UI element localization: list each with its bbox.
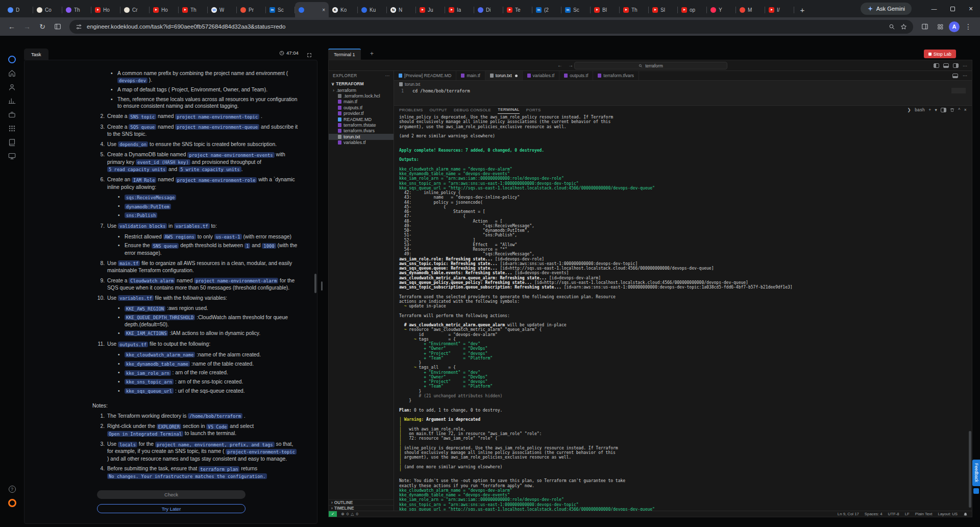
feedback-mini-icon[interactable] [973,488,979,494]
try-later-button[interactable]: Try Later [97,504,246,513]
shell-label[interactable]: bash [915,107,925,112]
site-settings-icon[interactable] [76,23,82,30]
labs-monitor-icon[interactable] [6,149,19,162]
editor-tab[interactable]: variables.tf [523,71,560,80]
panel-tab-ports[interactable]: PORTS [526,106,541,114]
terminal-scrollbar-thumb[interactable] [969,431,971,508]
explorer-file[interactable]: outputs.tf [329,105,394,110]
notifications-bell-icon[interactable] [963,512,968,516]
editor-tab[interactable]: outputs.tf [559,71,593,80]
explorer-file[interactable]: terraform.tfstate [329,122,394,128]
browser-tab[interactable]: Th [179,2,208,17]
add-terminal-button[interactable]: + [370,50,374,57]
maximize-button[interactable] [943,0,962,17]
browser-tab[interactable]: inSc [561,2,591,17]
maximize-panel-icon[interactable]: ^ [958,107,960,112]
back-button[interactable]: ← [5,20,18,33]
panel-resize-handle[interactable] [321,281,323,291]
panel-tab-debug-console[interactable]: DEBUG CONSOLE [454,106,491,114]
remote-indicator[interactable]: ✓ [329,511,337,517]
reload-button[interactable]: ↻ [36,20,49,33]
nav-forward-icon[interactable]: → [568,62,573,68]
task-scrollbar[interactable] [314,60,316,523]
explorer-file[interactable]: provider.tf [329,111,394,116]
breadcrumb[interactable]: torun.txt [394,81,972,87]
browser-tab[interactable]: Ju [416,2,445,17]
side-panel-button[interactable] [918,20,932,33]
browser-tab[interactable]: Ia [445,2,474,17]
toggle-secondary-sidebar-icon[interactable] [953,63,959,68]
split-editor-icon[interactable] [952,74,958,78]
browser-tab[interactable]: in(2 [532,2,561,17]
minimize-button[interactable]: — [925,0,943,17]
profile-avatar[interactable]: A [949,21,960,32]
browser-tab[interactable]: Di [474,2,503,17]
explorer-file[interactable]: main.tf [329,99,394,105]
problems-indicator[interactable]: ⊗ 0 △ 0 [341,512,358,516]
code-editor[interactable]: 1 cd /home/bob/terraform [394,87,972,94]
browser-tab[interactable]: Cr [120,2,150,17]
explorer-file[interactable]: variables.tf [329,140,394,146]
timeline-section[interactable]: › TIMELINE [329,505,394,511]
split-terminal-icon[interactable] [941,108,946,112]
extensions-button[interactable] [934,20,947,33]
browser-tab[interactable]: Ku [358,2,387,17]
editor-tab[interactable]: [Preview] README.MD [394,71,456,80]
editor-tab[interactable]: main.tf [456,71,485,80]
task-panel-tab[interactable]: Task [24,49,48,60]
close-panel-icon[interactable]: × [964,107,967,112]
close-button[interactable]: × [962,0,980,17]
omnibox[interactable]: engineer.kodekloud.com/task?id=690aee0fb… [69,20,913,34]
browser-tab[interactable]: Y [707,2,736,17]
code-line[interactable]: cd /home/bob/terraform [412,87,470,94]
courses-book-icon[interactable] [6,135,19,149]
status-item[interactable]: Ln 9, Col 17 [838,512,859,516]
new-tab-button[interactable]: + [796,4,808,16]
nav-back-icon[interactable]: ← [557,62,562,68]
status-item[interactable]: UTF-8 [888,512,899,516]
help-icon[interactable]: ? [6,483,19,496]
check-button[interactable]: Check [97,490,246,499]
new-terminal-icon[interactable]: + [928,107,931,112]
terminal-output[interactable]: inline_policy is deprecated. Use the aws… [394,114,968,511]
briefcase-icon[interactable] [6,108,19,121]
activity-chart-icon[interactable] [6,94,19,107]
browser-tab[interactable]: I/ [765,2,794,17]
stop-lab-button[interactable]: Stop Lab [924,50,956,58]
browser-tab[interactable]: Te [503,2,532,17]
browser-tab[interactable]: KKo [329,2,358,17]
panel-tab-terminal[interactable]: TERMINAL [498,106,520,114]
tab-close-icon[interactable]: × [322,7,325,13]
toggle-panel-icon[interactable] [943,63,949,68]
minimap[interactable] [951,88,966,93]
feedback-button[interactable]: Feedback [972,460,980,486]
explorer-file[interactable]: .terraform.lock.hcl [329,93,394,99]
editor-tab[interactable]: torun.txt [485,71,523,80]
status-item[interactable]: Plain Text [915,512,933,516]
terminal-dropdown-icon[interactable]: ▾ [935,107,938,112]
browser-tab[interactable]: WW [208,2,237,17]
explorer-file[interactable]: ›.terraform [329,87,394,93]
browser-tab[interactable]: Pr [237,2,266,17]
url-text[interactable]: engineer.kodekloud.com/task?id=690aee0fb… [87,23,884,30]
command-center-search[interactable]: terraform [574,62,727,69]
browser-tab[interactable]: op [678,2,707,17]
toggle-sidebar-icon[interactable] [934,63,939,68]
browser-tab[interactable]: M [736,2,765,17]
bookmark-star-icon[interactable] [900,23,907,30]
home-icon[interactable] [6,66,19,80]
browser-tab-active[interactable]: × [295,2,329,17]
explorer-file[interactable]: terraform.tfvars [329,128,394,134]
editor-more-icon[interactable]: ⋯ [963,73,967,78]
lab-logo-icon[interactable] [6,53,19,66]
browser-tab[interactable]: NN [387,2,416,17]
status-item[interactable]: Spaces: 4 [865,512,883,516]
browser-tab[interactable]: Th [62,2,91,17]
browser-tab[interactable]: Sl [649,2,678,17]
bookmarks-panel-button[interactable] [51,20,64,33]
terminal-1-tab[interactable]: Terminal 1 [328,49,361,60]
browser-menu-button[interactable]: ⋮ [962,20,975,33]
browser-tab[interactable]: D [4,2,33,17]
panel-tab-problems[interactable]: PROBLEMS [399,106,423,114]
apps-grid-icon[interactable] [6,122,19,135]
